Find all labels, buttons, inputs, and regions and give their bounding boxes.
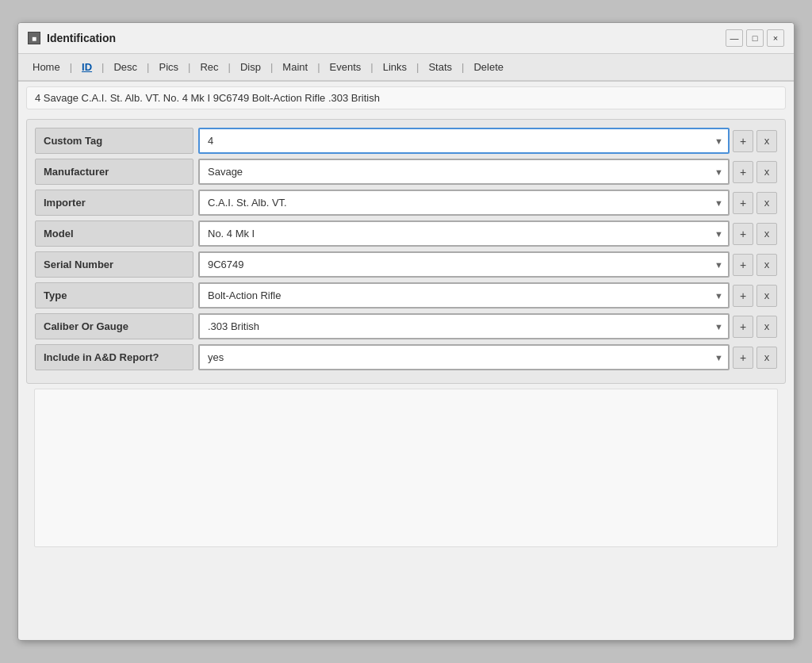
- form-row-manufacturer: Manufacturer Savage ▼ + x: [35, 159, 777, 185]
- nav-sep-10: |: [460, 61, 465, 73]
- nav-sep-7: |: [316, 61, 321, 73]
- label-serial-number: Serial Number: [35, 251, 193, 278]
- plus-button-manufacturer[interactable]: +: [733, 161, 753, 183]
- x-button-manufacturer[interactable]: x: [756, 161, 777, 183]
- close-button[interactable]: ×: [767, 29, 784, 47]
- nav-id[interactable]: ID: [75, 58, 98, 76]
- form-row-custom-tag: Custom Tag 4 ▼ + x: [35, 128, 777, 154]
- content-area: Custom Tag 4 ▼ + x Manufacturer Savage: [18, 114, 794, 640]
- nav-sep-9: |: [415, 61, 420, 73]
- nav-rec[interactable]: Rec: [193, 58, 224, 76]
- select-wrapper-custom-tag: 4 ▼: [198, 128, 730, 154]
- label-custom-tag: Custom Tag: [35, 128, 193, 154]
- plus-button-ad-report[interactable]: +: [733, 347, 753, 369]
- plus-button-caliber[interactable]: +: [733, 316, 753, 338]
- nav-maint[interactable]: Maint: [276, 58, 314, 76]
- select-model[interactable]: No. 4 Mk I: [198, 220, 730, 247]
- x-button-type[interactable]: x: [756, 285, 777, 307]
- nav-events[interactable]: Events: [324, 58, 368, 76]
- x-button-caliber[interactable]: x: [756, 316, 777, 338]
- label-importer: Importer: [35, 190, 193, 216]
- nav-links[interactable]: Links: [377, 58, 413, 76]
- label-type: Type: [35, 282, 193, 309]
- label-manufacturer: Manufacturer: [35, 159, 193, 185]
- select-wrapper-ad-report: yes ▼: [198, 344, 730, 370]
- form-row-model: Model No. 4 Mk I ▼ + x: [35, 220, 777, 247]
- label-model: Model: [35, 220, 193, 247]
- nav-sep-2: |: [100, 61, 105, 73]
- nav-home[interactable]: Home: [26, 58, 67, 76]
- x-button-model[interactable]: x: [756, 223, 777, 245]
- select-wrapper-caliber: .303 British ▼: [198, 313, 730, 339]
- plus-button-custom-tag[interactable]: +: [733, 130, 753, 152]
- plus-button-type[interactable]: +: [733, 285, 753, 307]
- select-wrapper-manufacturer: Savage ▼: [198, 159, 730, 185]
- minimize-button[interactable]: —: [726, 29, 743, 47]
- x-button-custom-tag[interactable]: x: [756, 130, 777, 152]
- plus-button-importer[interactable]: +: [733, 192, 753, 214]
- empty-area: [34, 389, 778, 547]
- x-button-importer[interactable]: x: [756, 192, 777, 214]
- select-wrapper-serial-number: 9C6749 ▼: [198, 251, 730, 278]
- form-row-serial-number: Serial Number 9C6749 ▼ + x: [35, 251, 777, 278]
- select-wrapper-model: No. 4 Mk I ▼: [198, 220, 730, 247]
- maximize-button[interactable]: □: [746, 29, 764, 47]
- title-bar-left: ■ Identification: [28, 32, 116, 44]
- title-controls: — □ ×: [726, 29, 784, 47]
- nav-sep-8: |: [369, 61, 374, 73]
- select-custom-tag[interactable]: 4: [198, 128, 730, 154]
- nav-sep-5: |: [227, 61, 232, 73]
- plus-button-serial-number[interactable]: +: [733, 254, 753, 276]
- select-type[interactable]: Bolt-Action Rifle: [198, 282, 730, 309]
- select-serial-number[interactable]: 9C6749: [198, 251, 730, 278]
- nav-bar: Home | ID | Desc | Pics | Rec | Disp | M…: [18, 54, 794, 82]
- x-button-ad-report[interactable]: x: [756, 347, 777, 369]
- form-row-importer: Importer C.A.I. St. Alb. VT. ▼ + x: [35, 190, 777, 216]
- window-title: Identification: [47, 32, 116, 44]
- nav-desc[interactable]: Desc: [107, 58, 144, 76]
- label-ad-report: Include in A&D Report?: [35, 344, 193, 370]
- form-container: Custom Tag 4 ▼ + x Manufacturer Savage: [26, 119, 786, 384]
- nav-stats[interactable]: Stats: [422, 58, 458, 76]
- select-caliber[interactable]: .303 British: [198, 313, 730, 339]
- nav-sep-3: |: [145, 61, 151, 73]
- plus-button-model[interactable]: +: [733, 223, 753, 245]
- label-caliber: Caliber Or Gauge: [35, 313, 193, 339]
- select-manufacturer[interactable]: Savage: [198, 159, 730, 185]
- form-row-caliber: Caliber Or Gauge .303 British ▼ + x: [35, 313, 777, 339]
- form-row-ad-report: Include in A&D Report? yes ▼ + x: [35, 344, 777, 370]
- select-importer[interactable]: C.A.I. St. Alb. VT.: [198, 190, 730, 216]
- nav-pics[interactable]: Pics: [152, 58, 185, 76]
- form-row-type: Type Bolt-Action Rifle ▼ + x: [35, 282, 777, 309]
- nav-sep-4: |: [186, 61, 192, 73]
- main-window: ■ Identification — □ × Home | ID | Desc …: [17, 22, 795, 641]
- nav-sep-1: |: [68, 61, 74, 73]
- select-wrapper-type: Bolt-Action Rifle ▼: [198, 282, 730, 309]
- breadcrumb: 4 Savage C.A.I. St. Alb. VT. No. 4 Mk I …: [26, 86, 786, 109]
- x-button-serial-number[interactable]: x: [756, 254, 777, 276]
- window-icon: ■: [28, 32, 40, 44]
- title-bar: ■ Identification — □ ×: [18, 23, 794, 54]
- select-wrapper-importer: C.A.I. St. Alb. VT. ▼: [198, 190, 730, 216]
- select-ad-report[interactable]: yes: [198, 344, 730, 370]
- nav-delete[interactable]: Delete: [467, 58, 510, 76]
- nav-sep-6: |: [269, 61, 274, 73]
- nav-disp[interactable]: Disp: [234, 58, 267, 76]
